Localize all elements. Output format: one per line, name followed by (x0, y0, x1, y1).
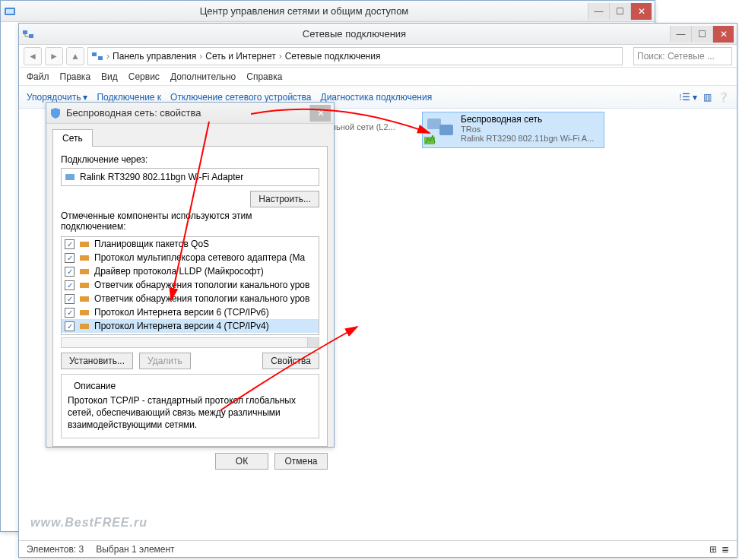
forward-button[interactable]: ► (45, 47, 63, 65)
menu-bar: Файл Правка Вид Сервис Дополнительно Спр… (19, 68, 737, 86)
svg-rect-7 (439, 125, 453, 135)
description-group: Описание Протокол TCP/IP - стандартный п… (61, 374, 319, 438)
cmd-diag[interactable]: Диагностика подключения (321, 92, 433, 103)
minimize-button[interactable]: — (588, 3, 609, 20)
titlebar: Беспроводная сеть: свойства ✕ (46, 103, 334, 124)
connection-item-wireless[interactable]: Беспроводная сеть TRos Ralink RT3290 802… (422, 112, 604, 148)
window-icon (4, 5, 16, 17)
menu-tools[interactable]: Сервис (128, 71, 160, 82)
list-view-icon[interactable]: ≣ (722, 544, 729, 555)
components-list[interactable]: ✓Планировщик пакетов QoS ✓Протокол мульт… (61, 236, 319, 335)
svg-rect-1 (6, 9, 14, 14)
svg-rect-2 (23, 30, 27, 34)
window-title: Сетевые подключения (39, 28, 670, 40)
network-icon (91, 50, 103, 62)
svg-rect-13 (80, 283, 89, 288)
svg-rect-16 (80, 324, 89, 329)
close-button[interactable]: ✕ (309, 105, 331, 122)
crumb-seg[interactable]: Сеть и Интернет (205, 51, 275, 62)
details-view-icon[interactable]: ⊞ (709, 544, 717, 555)
list-item[interactable]: ✓Протокол Интернета версии 6 (TCP/IPv6) (62, 305, 319, 319)
maximize-button[interactable]: ☐ (609, 3, 630, 20)
view-options-icon[interactable]: ⁝☰ ▾ (679, 92, 697, 103)
list-item[interactable]: ✓Ответчик обнаружения топологии канально… (62, 278, 319, 292)
configure-button[interactable]: Настроить... (250, 191, 319, 207)
status-selected: Выбран 1 элемент (96, 544, 174, 555)
svg-rect-5 (98, 56, 103, 60)
component-icon (79, 280, 90, 290)
menu-file[interactable]: Файл (27, 71, 49, 82)
component-icon (79, 307, 90, 318)
cmd-connect[interactable]: Подключение к (97, 92, 161, 103)
description-heading: Описание (71, 381, 119, 391)
svg-rect-6 (427, 119, 441, 129)
component-icon (79, 239, 90, 249)
list-item[interactable]: ✓Протокол мультиплексора сетевого адапте… (62, 251, 319, 264)
components-label: Отмеченные компоненты используются этим … (61, 210, 319, 232)
menu-view[interactable]: Вид (101, 71, 118, 82)
adapter-name: Ralink RT3290 802.11bgn Wi-Fi Adapter (80, 172, 243, 182)
cmd-organize[interactable]: Упорядочить ▾ (27, 92, 87, 103)
svg-rect-11 (80, 255, 89, 261)
adapter-properties-dialog: Беспроводная сеть: свойства ✕ Сеть Подкл… (46, 102, 335, 448)
list-item[interactable]: ✓Ответчик обнаружения топологии канально… (62, 292, 319, 305)
tab-network[interactable]: Сеть (52, 129, 93, 147)
remove-button: Удалить (139, 353, 191, 369)
titlebar: Сетевые подключения — ☐ ✕ (19, 24, 737, 45)
component-icon (79, 293, 90, 304)
crumb-seg[interactable]: Сетевые подключения (285, 51, 381, 62)
conn-name: Беспроводная сеть (461, 114, 594, 125)
nav-bar: ◄ ► ▲ › Панель управления › Сеть и Интер… (19, 45, 737, 68)
conn-adapter: Ralink RT3290 802.11bgn Wi-Fi A... (461, 134, 594, 143)
svg-rect-9 (65, 174, 75, 180)
h-scrollbar[interactable] (61, 337, 319, 348)
maximize-button[interactable]: ☐ (691, 26, 712, 43)
preview-pane-icon[interactable]: ▥ (703, 92, 712, 103)
svg-rect-12 (80, 269, 89, 274)
wireless-adapter-icon (424, 114, 456, 146)
help-icon[interactable]: ❔ (718, 92, 729, 103)
component-icon (79, 321, 90, 331)
menu-extras[interactable]: Дополнительно (170, 71, 236, 82)
component-icon (79, 266, 90, 277)
adapter-icon (65, 172, 75, 182)
install-button[interactable]: Установить... (61, 353, 133, 369)
up-button[interactable]: ▲ (66, 47, 84, 65)
svg-rect-15 (80, 310, 89, 315)
properties-button[interactable]: Свойства (262, 353, 319, 369)
svg-rect-10 (80, 242, 89, 247)
connect-via-label: Подключение через: (61, 154, 319, 165)
list-item[interactable]: ✓Планировщик пакетов QoS (62, 237, 319, 251)
svg-rect-3 (29, 34, 33, 38)
svg-rect-14 (80, 296, 89, 302)
adapter-field: Ralink RT3290 802.11bgn Wi-Fi Adapter (61, 168, 319, 186)
back-button[interactable]: ◄ (24, 47, 42, 65)
status-count: Элементов: 3 (27, 544, 84, 555)
window-title: Центр управления сетями и общим доступом (21, 5, 588, 17)
dialog-title: Беспроводная сеть: свойства (66, 107, 309, 119)
shield-icon (49, 107, 62, 119)
watermark: www.BestFREE.ru (30, 516, 147, 530)
list-item[interactable]: ✓Драйвер протокола LLDP (Майкрософт) (62, 264, 319, 278)
description-text: Протокол TCP/IP - стандартный протокол г… (68, 394, 312, 432)
svg-rect-4 (92, 52, 97, 56)
cmd-disable[interactable]: Отключение сетевого устройства (170, 92, 311, 103)
status-bar: Элементов: 3 Выбран 1 элемент ⊞ ≣ (19, 540, 737, 557)
menu-help[interactable]: Справка (246, 71, 282, 82)
titlebar: Центр управления сетями и общим доступом… (1, 1, 655, 22)
close-button[interactable]: ✕ (630, 3, 652, 20)
minimize-button[interactable]: — (670, 26, 691, 43)
ok-button[interactable]: ОК (215, 453, 268, 470)
cancel-button[interactable]: Отмена (274, 453, 328, 470)
menu-edit[interactable]: Правка (60, 71, 91, 82)
list-item-ipv4[interactable]: ✓Протокол Интернета версии 4 (TCP/IPv4) (62, 319, 319, 333)
window-icon (22, 28, 34, 40)
crumb-seg[interactable]: Панель управления (113, 51, 196, 62)
close-button[interactable]: ✕ (712, 26, 734, 43)
component-icon (79, 252, 90, 263)
search-input[interactable]: Поиск: Сетевые ... (633, 47, 732, 65)
breadcrumb[interactable]: › Панель управления › Сеть и Интернет › … (87, 47, 623, 65)
conn-net: TRos (461, 125, 594, 134)
